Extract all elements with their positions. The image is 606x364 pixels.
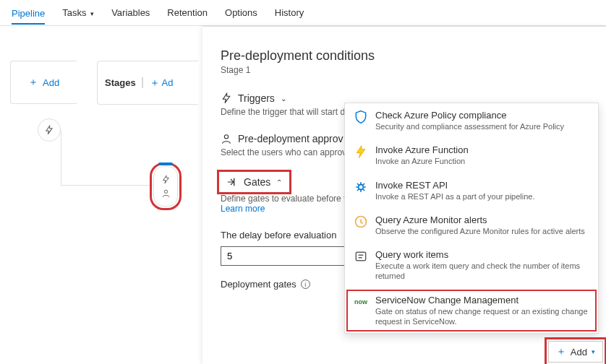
tab-options[interactable]: Options — [225, 1, 257, 24]
popup-item-desc: Gate on status of new change request or … — [375, 306, 589, 327]
add-gate-button[interactable]: ＋ Add ▾ — [548, 341, 603, 363]
popup-item-desc: Invoke a REST API as a part of your pipe… — [375, 191, 535, 202]
person-icon — [161, 188, 171, 198]
svg-rect-5 — [356, 252, 365, 261]
svg-point-0 — [164, 190, 167, 193]
popup-item-work-items[interactable]: Query work itemsExecute a work item quer… — [345, 243, 598, 288]
trigger-badge[interactable] — [38, 118, 61, 142]
function-icon — [354, 144, 368, 159]
popup-item-monitor[interactable]: Query Azure Monitor alertsObserve the co… — [345, 208, 598, 243]
popup-item-title: Query Azure Monitor alerts — [375, 214, 585, 225]
chevron-up-icon: ⌃ — [276, 178, 282, 186]
popup-item-title: Query work items — [375, 249, 589, 260]
popup-item-desc: Security and compliance assessment for A… — [375, 121, 564, 131]
add-label: Add — [571, 347, 587, 358]
plus-icon: ＋ — [28, 76, 38, 89]
popup-item-desc: Invoke an Azure Function — [375, 156, 469, 166]
bolt-icon — [161, 175, 171, 184]
plus-icon: ＋ — [150, 77, 160, 88]
tab-pipeline[interactable]: Pipeline — [12, 2, 45, 25]
connector-line — [61, 185, 153, 186]
delay-input[interactable] — [221, 246, 355, 266]
policy-icon — [354, 110, 368, 124]
work-items-icon — [354, 249, 368, 264]
monitor-icon — [354, 214, 368, 229]
popup-item-title: Check Azure Policy compliance — [375, 110, 564, 121]
panel-subtitle: Stage 1 — [221, 65, 589, 75]
person-icon — [221, 133, 232, 144]
connector-line — [61, 130, 61, 185]
stages-box: Stages | ＋ Ad — [97, 61, 198, 105]
info-icon: i — [301, 280, 310, 289]
plus-icon: ＋ — [556, 345, 566, 358]
tab-variables[interactable]: Variables — [111, 1, 150, 24]
bolt-icon — [44, 125, 54, 135]
popup-item-policy[interactable]: Check Azure Policy complianceSecurity an… — [345, 103, 598, 138]
popup-item-rest[interactable]: Invoke REST APIInvoke a REST API as a pa… — [345, 173, 598, 208]
popup-item-servicenow[interactable]: now ServiceNow Change ManagementGate on … — [345, 288, 598, 334]
rest-api-icon — [354, 180, 368, 194]
stages-title: Stages — [105, 77, 136, 88]
popup-item-title: Invoke REST API — [375, 180, 535, 191]
add-label: Add — [43, 77, 59, 88]
learn-more-link[interactable]: Learn more — [221, 204, 265, 214]
popup-item-title: ServiceNow Change Management — [375, 295, 589, 306]
gates-label: Gates — [244, 176, 270, 188]
chevron-down-icon: ▾ — [90, 10, 94, 17]
svg-point-3 — [359, 184, 364, 189]
panel-title: Pre-deployment conditions — [221, 48, 589, 64]
add-artifact-button[interactable]: ＋ Add — [10, 61, 77, 104]
svg-point-1 — [224, 135, 228, 139]
tab-tasks[interactable]: Tasks ▾ — [62, 1, 94, 24]
popup-item-title: Invoke Azure Function — [375, 144, 469, 155]
pipeline-canvas: ＋ Add Stages | ＋ Ad — [0, 26, 202, 364]
svg-rect-2 — [234, 178, 234, 186]
add-stage-button[interactable]: ＋ Ad — [150, 77, 174, 88]
popup-item-desc: Execute a work item query and check the … — [375, 261, 589, 282]
gate-icon — [226, 176, 238, 188]
chevron-down-icon: ⌄ — [281, 95, 286, 103]
selection-bar — [158, 162, 173, 165]
triggers-label: Triggers — [238, 92, 275, 104]
servicenow-icon: now — [354, 295, 368, 309]
top-tabs: Pipeline Tasks ▾ Variables Retention Opt… — [0, 0, 606, 26]
gates-section-header[interactable]: Gates ⌃ — [221, 173, 288, 191]
pre-deployment-conditions-bubble[interactable] — [153, 166, 178, 207]
popup-item-desc: Observe the configured Azure Monitor rul… — [375, 226, 585, 236]
bolt-settings-icon — [221, 92, 232, 104]
tab-history[interactable]: History — [275, 1, 304, 24]
divider: | — [141, 76, 144, 88]
popup-item-function[interactable]: Invoke Azure FunctionInvoke an Azure Fun… — [345, 138, 598, 173]
gate-task-popup: Check Azure Policy complianceSecurity an… — [344, 103, 599, 334]
approvals-label: Pre-deployment approv — [238, 133, 343, 144]
tab-retention[interactable]: Retention — [167, 1, 208, 24]
chevron-down-icon: ▾ — [592, 348, 595, 355]
